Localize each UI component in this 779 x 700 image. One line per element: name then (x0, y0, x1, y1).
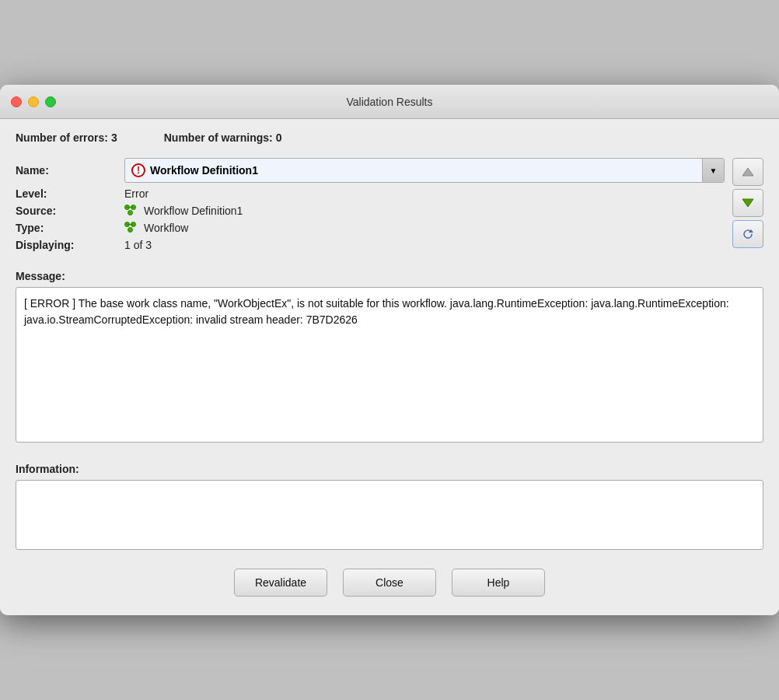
maximize-window-button[interactable] (45, 96, 56, 107)
refresh-button[interactable] (732, 220, 763, 248)
source-label: Source: (16, 205, 124, 217)
svg-marker-1 (742, 199, 753, 207)
revalidate-button[interactable]: Revalidate (234, 569, 327, 597)
errors-stat: Number of errors: 3 (16, 131, 117, 144)
window-controls (11, 96, 56, 107)
name-dropdown[interactable]: ! Workflow Definition1 ▼ (124, 158, 725, 183)
message-header: Message: (16, 264, 763, 287)
error-icon: ! (131, 163, 145, 177)
type-label: Type: (16, 222, 124, 234)
displaying-label: Displaying: (16, 239, 124, 251)
message-content[interactable] (16, 287, 763, 443)
type-cluster-icon (124, 222, 140, 234)
level-value: Error (124, 187, 148, 200)
minimize-window-button[interactable] (28, 96, 39, 107)
close-window-button[interactable] (11, 96, 22, 107)
warnings-stat: Number of warnings: 0 (164, 131, 282, 144)
svg-marker-0 (742, 168, 753, 176)
bottom-buttons: Revalidate Close Help (16, 569, 763, 600)
stats-row: Number of errors: 3 Number of warnings: … (16, 131, 763, 144)
nav-buttons (725, 158, 763, 248)
title-bar: Validation Results (0, 85, 779, 119)
displaying-value: 1 of 3 (124, 239, 152, 251)
navigate-up-button[interactable] (732, 158, 763, 186)
close-button[interactable]: Close (343, 569, 436, 597)
level-label: Level: (16, 187, 124, 200)
window-title: Validation Results (346, 96, 432, 108)
information-header: Information: (16, 457, 763, 480)
name-label: Name: (16, 164, 124, 177)
navigate-down-button[interactable] (732, 189, 763, 217)
content-area: Number of errors: 3 Number of warnings: … (0, 119, 779, 615)
help-button[interactable]: Help (452, 569, 545, 597)
source-cluster-icon (124, 205, 140, 217)
name-dropdown-value: ! Workflow Definition1 (125, 163, 702, 177)
source-value: Workflow Definition1 (124, 205, 243, 217)
validation-results-window: Validation Results Number of errors: 3 N… (0, 85, 779, 615)
information-content[interactable] (16, 480, 763, 550)
type-value: Workflow (124, 222, 188, 234)
dropdown-arrow-button[interactable]: ▼ (702, 159, 724, 182)
